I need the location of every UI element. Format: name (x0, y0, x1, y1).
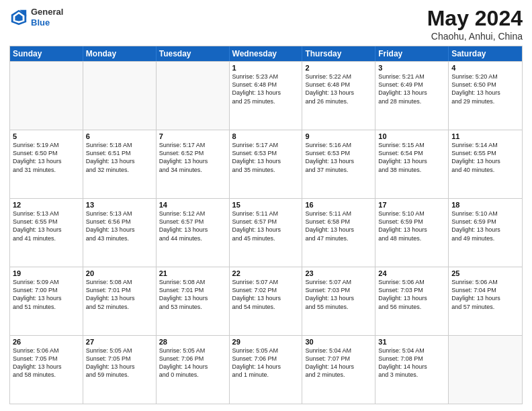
cell-info: Sunrise: 5:16 AMSunset: 6:53 PMDaylight:… (305, 141, 372, 174)
cal-header-sunday: Sunday (10, 46, 83, 61)
cell-line: and 47 minutes. (305, 234, 372, 242)
cell-info: Sunrise: 5:18 AMSunset: 6:51 PMDaylight:… (86, 141, 153, 174)
cell-info: Sunrise: 5:05 AMSunset: 7:06 PMDaylight:… (232, 347, 300, 379)
cell-line: Sunset: 6:58 PM (305, 218, 372, 226)
cell-line: and 58 minutes. (13, 371, 80, 379)
cell-line: and 32 minutes. (86, 166, 153, 174)
cal-cell-day-22: 22Sunrise: 5:07 AMSunset: 7:02 PMDayligh… (230, 267, 303, 335)
cell-info: Sunrise: 5:17 AMSunset: 6:52 PMDaylight:… (159, 141, 226, 174)
cell-info: Sunrise: 5:13 AMSunset: 6:56 PMDaylight:… (86, 210, 153, 242)
page: General Blue May 2024 Chaohu, Anhui, Chi… (0, 0, 532, 411)
cell-line: and 55 minutes. (305, 303, 372, 311)
cell-line: Sunset: 6:48 PM (232, 81, 300, 89)
calendar-body: 1Sunrise: 5:23 AMSunset: 6:48 PMDaylight… (10, 61, 522, 404)
cell-line: Sunset: 7:07 PM (305, 355, 372, 363)
cell-line: Sunrise: 5:06 AM (378, 278, 445, 286)
calendar: SundayMondayTuesdayWednesdayThursdayFrid… (9, 46, 523, 404)
day-number: 7 (159, 132, 226, 140)
cell-line: Daylight: 13 hours (159, 294, 226, 302)
day-number: 29 (232, 338, 300, 346)
cell-info: Sunrise: 5:14 AMSunset: 6:55 PMDaylight:… (451, 141, 519, 174)
cell-line: Daylight: 13 hours (305, 294, 372, 302)
cell-line: Sunrise: 5:08 AM (86, 278, 153, 286)
day-number: 20 (86, 269, 153, 277)
cell-line: Sunset: 7:08 PM (378, 355, 445, 363)
cell-line: Daylight: 13 hours (451, 157, 519, 165)
cell-line: Daylight: 13 hours (13, 294, 80, 302)
cal-cell-day-24: 24Sunrise: 5:06 AMSunset: 7:03 PMDayligh… (375, 267, 449, 335)
day-number: 27 (86, 338, 153, 346)
day-number: 28 (159, 338, 226, 346)
cell-line: Sunset: 6:56 PM (86, 218, 153, 226)
day-number: 30 (305, 338, 372, 346)
cell-line: Sunrise: 5:10 AM (378, 210, 445, 218)
day-number: 22 (232, 269, 300, 277)
cell-line: and 44 minutes. (159, 234, 226, 242)
cell-line: Sunset: 6:51 PM (86, 149, 153, 157)
cell-line: and 59 minutes. (86, 371, 153, 379)
cal-cell-empty (157, 62, 230, 130)
cell-line: Daylight: 13 hours (232, 226, 300, 234)
cal-cell-day-12: 12Sunrise: 5:13 AMSunset: 6:55 PMDayligh… (10, 199, 83, 267)
cell-line: and 43 minutes. (86, 234, 153, 242)
cell-line: Sunset: 7:04 PM (451, 286, 519, 294)
cal-cell-day-27: 27Sunrise: 5:05 AMSunset: 7:05 PMDayligh… (83, 336, 157, 404)
cell-info: Sunrise: 5:07 AMSunset: 7:03 PMDaylight:… (305, 278, 372, 311)
cell-line: Sunset: 7:05 PM (13, 355, 80, 363)
cell-line: and 49 minutes. (451, 234, 519, 242)
cell-line: Sunset: 6:50 PM (451, 81, 519, 89)
cal-cell-day-4: 4Sunrise: 5:20 AMSunset: 6:50 PMDaylight… (449, 62, 522, 130)
cell-line: Sunrise: 5:16 AM (305, 141, 372, 149)
cal-header-friday: Friday (375, 46, 449, 61)
cal-cell-day-16: 16Sunrise: 5:11 AMSunset: 6:58 PMDayligh… (302, 199, 375, 267)
day-number: 10 (378, 132, 445, 140)
cal-cell-day-25: 25Sunrise: 5:06 AMSunset: 7:04 PMDayligh… (449, 267, 522, 335)
day-number: 1 (232, 64, 300, 72)
cell-line: Sunset: 6:55 PM (451, 149, 519, 157)
cell-line: Sunset: 6:49 PM (378, 81, 445, 89)
cell-line: Sunset: 7:01 PM (159, 286, 226, 294)
day-number: 9 (305, 132, 372, 140)
cell-line: Daylight: 14 hours (305, 363, 372, 371)
day-number: 23 (305, 269, 372, 277)
cell-info: Sunrise: 5:06 AMSunset: 7:03 PMDaylight:… (378, 278, 445, 311)
cell-line: Sunrise: 5:23 AM (232, 73, 300, 81)
cell-line: Sunrise: 5:13 AM (86, 210, 153, 218)
cell-line: Sunrise: 5:04 AM (305, 347, 372, 355)
cell-line: Sunrise: 5:08 AM (159, 278, 226, 286)
day-number: 15 (232, 201, 300, 209)
cell-line: and 35 minutes. (232, 166, 300, 174)
cell-line: Sunrise: 5:14 AM (451, 141, 519, 149)
cal-cell-day-1: 1Sunrise: 5:23 AMSunset: 6:48 PMDaylight… (230, 62, 303, 130)
cal-row-1: 1Sunrise: 5:23 AMSunset: 6:48 PMDaylight… (10, 61, 522, 130)
cell-line: Daylight: 13 hours (159, 157, 226, 165)
cell-line: Daylight: 13 hours (232, 294, 300, 302)
cal-header-monday: Monday (83, 46, 157, 61)
cell-line: Daylight: 13 hours (159, 226, 226, 234)
cal-header-saturday: Saturday (449, 46, 522, 61)
day-number: 13 (86, 201, 153, 209)
cell-line: Sunrise: 5:05 AM (86, 347, 153, 355)
cell-line: and 57 minutes. (451, 303, 519, 311)
cell-line: and 54 minutes. (232, 303, 300, 311)
cal-cell-day-15: 15Sunrise: 5:11 AMSunset: 6:57 PMDayligh… (230, 199, 303, 267)
cell-line: Sunset: 6:53 PM (305, 149, 372, 157)
cell-line: Daylight: 13 hours (86, 157, 153, 165)
cell-line: Sunset: 6:53 PM (232, 149, 300, 157)
cal-cell-day-28: 28Sunrise: 5:05 AMSunset: 7:06 PMDayligh… (157, 336, 230, 404)
day-number: 12 (13, 201, 80, 209)
cell-line: Daylight: 13 hours (378, 294, 445, 302)
day-number: 3 (378, 64, 445, 72)
cell-line: Sunset: 6:55 PM (13, 218, 80, 226)
cal-cell-day-26: 26Sunrise: 5:06 AMSunset: 7:05 PMDayligh… (10, 336, 83, 404)
day-number: 26 (13, 338, 80, 346)
cell-info: Sunrise: 5:11 AMSunset: 6:57 PMDaylight:… (232, 210, 300, 242)
day-number: 4 (451, 64, 519, 72)
cell-line: Daylight: 13 hours (86, 294, 153, 302)
cell-info: Sunrise: 5:08 AMSunset: 7:01 PMDaylight:… (159, 278, 226, 311)
cell-line: Sunset: 7:06 PM (159, 355, 226, 363)
cell-line: Daylight: 13 hours (305, 157, 372, 165)
cell-line: Daylight: 13 hours (305, 89, 372, 97)
cell-line: Sunset: 6:48 PM (305, 81, 372, 89)
day-number: 8 (232, 132, 300, 140)
